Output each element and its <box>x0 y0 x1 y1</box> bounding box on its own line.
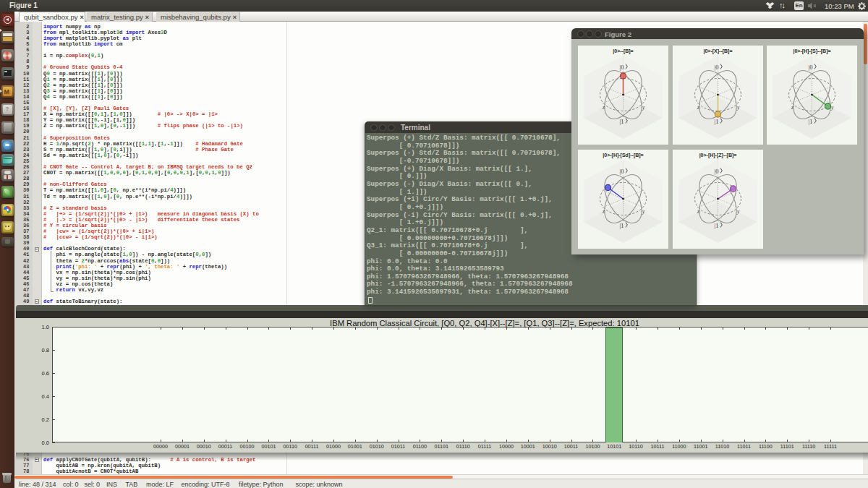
svg-text:|1: |1 <box>620 117 624 124</box>
svg-text:|1: |1 <box>620 222 624 229</box>
svg-text:|0>-[H]-[Sd]--[B]=: |0>-[H]-[Sd]--[B]= <box>603 153 643 158</box>
svg-text:z: z <box>602 103 605 110</box>
svg-text:z: z <box>602 208 605 215</box>
svg-text:y: y <box>736 103 740 110</box>
svg-text:y: y <box>736 208 740 215</box>
svg-text:|0: |0 <box>620 63 624 70</box>
svg-text:|0: |0 <box>809 63 813 70</box>
svg-text:z: z <box>697 208 699 215</box>
svg-text:|0>-[X]--[B]=: |0>-[X]--[B]= <box>703 48 732 54</box>
svg-text:|1: |1 <box>714 222 718 229</box>
svg-text:|0: |0 <box>714 168 718 175</box>
svg-text:y: y <box>830 103 834 110</box>
svg-text:y: y <box>642 208 645 215</box>
svg-text:|0: |0 <box>714 63 718 70</box>
svg-text:z: z <box>697 103 699 110</box>
svg-text:|1: |1 <box>714 117 718 124</box>
svg-text:z: z <box>791 103 793 110</box>
svg-text:|0>-[H]-[Z]--[B]=: |0>-[H]-[Z]--[B]= <box>699 153 736 158</box>
svg-text:|0>--[B]=: |0>--[B]= <box>613 48 633 54</box>
svg-text:|0: |0 <box>620 168 624 175</box>
svg-text:y: y <box>642 103 645 110</box>
svg-text:|0>-[H]-[S]--[B]=: |0>-[H]-[S]--[B]= <box>793 48 830 54</box>
svg-text:|1: |1 <box>809 117 813 124</box>
